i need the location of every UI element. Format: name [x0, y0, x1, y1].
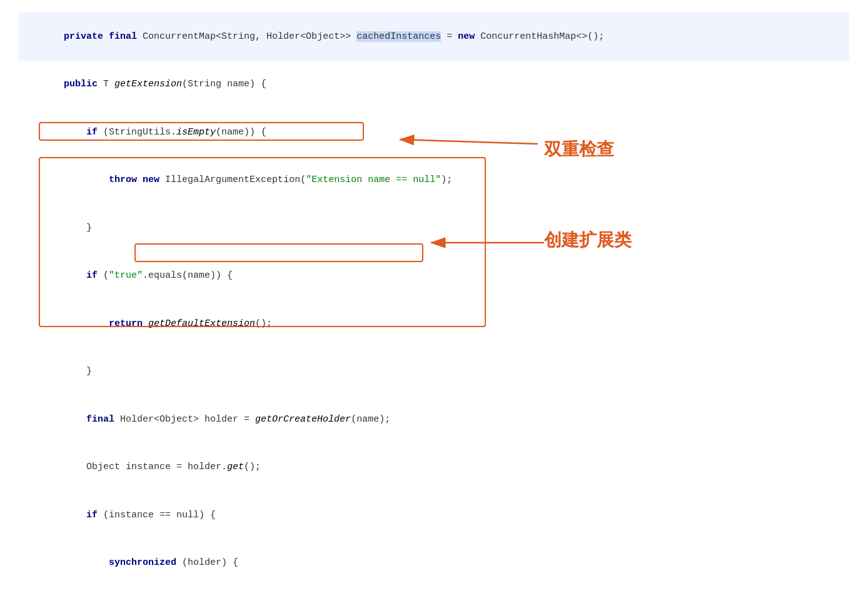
- line-4: }: [19, 204, 849, 252]
- line-1: public T getExtension(String name) {: [19, 61, 849, 109]
- code-area: private final ConcurrentMap<String, Hold…: [0, 0, 868, 593]
- annotation-double-check: 双重检查: [544, 134, 614, 165]
- line-sync: synchronized (holder) {: [19, 539, 849, 587]
- annotation-create-ext: 创建扩展类: [544, 225, 632, 255]
- line-5: if ("true".equals(name)) {: [19, 252, 849, 300]
- line-7: }: [19, 348, 849, 396]
- line-if-null: if (instance == null) {: [19, 491, 849, 539]
- line-final-holder: final Holder<Object> holder = getOrCreat…: [19, 395, 849, 443]
- code-text: private final ConcurrentMap<String, Hold…: [41, 31, 604, 42]
- top-line: private final ConcurrentMap<String, Hold…: [19, 13, 849, 61]
- line-2: if (StringUtils.isEmpty(name)) {: [19, 108, 849, 156]
- line-object-instance: Object instance = holder.get();: [19, 443, 849, 492]
- line-3: throw new IllegalArgumentException("Exte…: [19, 156, 849, 205]
- line-6: return getDefaultExtension();: [19, 300, 849, 348]
- line-instance-get: instance = holder.get();: [19, 587, 849, 593]
